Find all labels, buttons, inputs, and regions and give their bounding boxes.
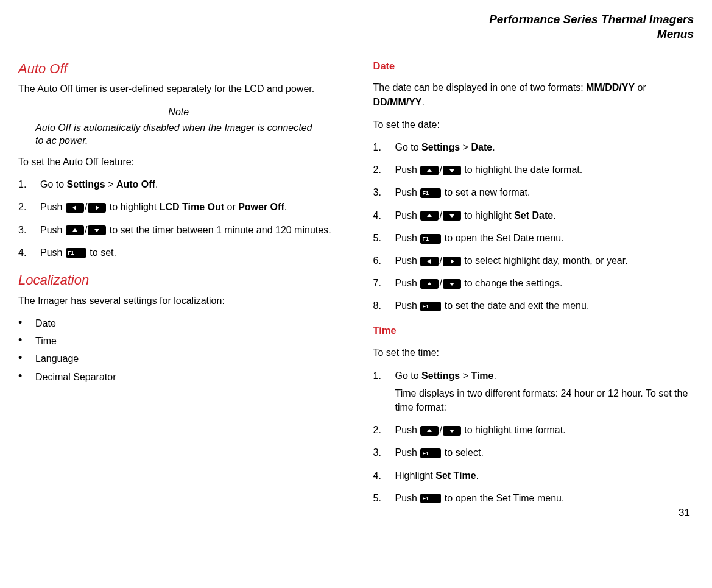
f1-button-icon: F1 (420, 448, 441, 458)
auto-off-steps: Go to Settings > Auto Off. Push / to hig… (18, 177, 339, 260)
list-item: Highlight Set Time. (373, 469, 694, 483)
down-arrow-icon (443, 166, 461, 175)
list-item: Push / to highlight Set Date. (373, 208, 694, 222)
svg-marker-10 (427, 282, 432, 285)
svg-marker-7 (449, 214, 454, 218)
header-line-1: Performance Series Thermal Imagers (18, 12, 694, 27)
time-leadin: To set the time: (373, 345, 694, 360)
list-item: Push F1 to open the Set Date menu. (373, 231, 694, 245)
list-item: Push F1 to set the date and exit the men… (373, 299, 694, 313)
left-column: Auto Off The Auto Off timer is user-defi… (18, 59, 339, 516)
up-arrow-icon (420, 211, 439, 221)
svg-marker-9 (451, 259, 454, 264)
date-leadin: To set the date: (373, 118, 694, 132)
list-item: Push / to highlight the date format. (373, 163, 694, 177)
time-steps: Go to Settings > Time. Time displays in … (373, 369, 694, 505)
list-item: Push F1 to set a new format. (373, 185, 694, 199)
f1-button-icon: F1 (420, 494, 441, 503)
svg-marker-6 (427, 214, 432, 217)
list-item: Push / to change the settings. (373, 276, 694, 290)
f1-button-icon: F1 (420, 188, 441, 198)
svg-marker-8 (427, 259, 431, 264)
down-arrow-icon (443, 211, 461, 221)
svg-marker-4 (427, 169, 432, 172)
list-item: Go to Settings > Auto Off. (18, 177, 339, 191)
svg-marker-0 (72, 205, 76, 210)
list-item: Date (18, 316, 339, 330)
list-item: Push / to select highlight day, month, o… (373, 253, 694, 267)
svg-marker-13 (449, 430, 454, 433)
left-arrow-icon (66, 203, 84, 213)
localization-list: Date Time Language Decimal Separator (18, 316, 339, 384)
auto-off-leadin: To set the Auto Off feature: (18, 155, 339, 169)
down-arrow-icon (443, 279, 461, 289)
svg-marker-5 (449, 169, 454, 172)
f1-button-icon: F1 (420, 234, 441, 244)
note-label: Note (18, 105, 339, 119)
list-item: Push F1 to open the Set Time menu. (373, 491, 694, 505)
svg-marker-11 (449, 283, 454, 286)
list-item: Push / to set the timer between 1 minute… (18, 223, 339, 237)
list-item: Push / to highlight LCD Time Out or Powe… (18, 200, 339, 214)
down-arrow-icon (88, 225, 106, 235)
date-heading: Date (373, 59, 694, 74)
list-item: Decimal Separator (18, 370, 339, 384)
right-arrow-icon (88, 203, 106, 213)
list-item: Go to Settings > Time. Time displays in … (373, 369, 694, 415)
svg-marker-3 (94, 229, 99, 232)
list-item: Language (18, 352, 339, 366)
up-arrow-icon (66, 225, 84, 235)
list-item: Time (18, 334, 339, 348)
right-column: Date The date can be displayed in one of… (373, 59, 694, 516)
header-line-2: Menus (18, 27, 694, 41)
page-header: Performance Series Thermal Imagers Menus (18, 12, 694, 41)
right-arrow-icon (443, 257, 461, 266)
time-heading: Time (373, 324, 694, 338)
svg-marker-12 (427, 429, 432, 432)
f1-button-icon: F1 (66, 248, 86, 258)
note-body: Auto Off is automatically disabled when … (35, 121, 322, 147)
date-intro: The date can be displayed in one of two … (373, 80, 694, 108)
up-arrow-icon (420, 279, 439, 289)
up-arrow-icon (420, 426, 439, 436)
header-rule (18, 44, 694, 44)
page-number: 31 (679, 506, 690, 521)
list-item: Push F1 to set. (18, 246, 339, 260)
date-steps: Go to Settings > Date. Push / to highlig… (373, 140, 694, 313)
svg-marker-1 (96, 205, 99, 210)
list-item: Push / to highlight time format. (373, 423, 694, 437)
time-sub-note: Time displays in two different formats: … (395, 386, 694, 414)
svg-marker-2 (72, 228, 77, 232)
list-item: Push F1 to select. (373, 445, 694, 459)
up-arrow-icon (420, 166, 439, 175)
localization-heading: Localization (18, 271, 339, 290)
left-arrow-icon (420, 257, 439, 266)
list-item: Go to Settings > Date. (373, 140, 694, 154)
f1-button-icon: F1 (420, 302, 441, 311)
down-arrow-icon (443, 426, 461, 436)
auto-off-heading: Auto Off (18, 59, 339, 79)
auto-off-intro: The Auto Off timer is user-defined separ… (18, 82, 339, 96)
localization-intro: The Imager has several settings for loca… (18, 294, 339, 308)
